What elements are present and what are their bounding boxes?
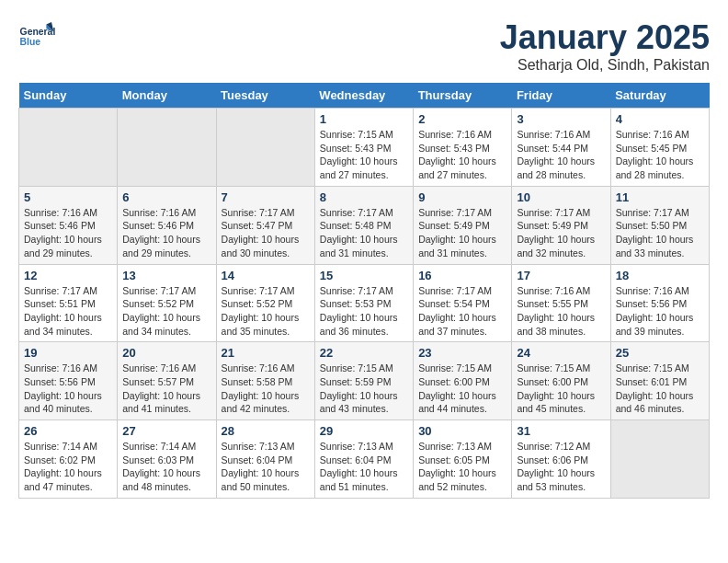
calendar-cell: 29Sunrise: 7:13 AMSunset: 6:04 PMDayligh… <box>314 420 413 499</box>
day-info: Sunrise: 7:17 AMSunset: 5:54 PMDaylight:… <box>418 284 506 339</box>
calendar-cell: 25Sunrise: 7:15 AMSunset: 6:01 PMDayligh… <box>610 342 709 420</box>
calendar-cell: 23Sunrise: 7:15 AMSunset: 6:00 PMDayligh… <box>414 342 512 420</box>
day-number: 15 <box>320 269 408 282</box>
calendar-cell: 24Sunrise: 7:15 AMSunset: 6:00 PMDayligh… <box>512 342 610 420</box>
day-info: Sunrise: 7:14 AMSunset: 6:02 PMDaylight:… <box>24 440 112 494</box>
day-info: Sunrise: 7:14 AMSunset: 6:03 PMDaylight:… <box>122 440 210 494</box>
calendar-cell <box>610 420 709 499</box>
day-number: 29 <box>320 424 408 438</box>
calendar-cell: 22Sunrise: 7:15 AMSunset: 5:59 PMDayligh… <box>314 342 413 420</box>
day-number: 3 <box>517 112 605 126</box>
calendar-week-row: 5Sunrise: 7:16 AMSunset: 5:46 PMDaylight… <box>19 186 710 264</box>
day-number: 5 <box>24 190 112 204</box>
calendar-cell: 21Sunrise: 7:16 AMSunset: 5:58 PMDayligh… <box>216 342 314 420</box>
day-info: Sunrise: 7:17 AMSunset: 5:47 PMDaylight:… <box>222 206 310 260</box>
day-info: Sunrise: 7:13 AMSunset: 6:04 PMDaylight:… <box>222 440 310 494</box>
calendar-cell: 14Sunrise: 7:17 AMSunset: 5:52 PMDayligh… <box>216 264 314 342</box>
calendar-cell: 9Sunrise: 7:17 AMSunset: 5:49 PMDaylight… <box>414 186 512 264</box>
day-number: 24 <box>517 346 605 360</box>
calendar-cell: 31Sunrise: 7:12 AMSunset: 6:06 PMDayligh… <box>512 420 610 499</box>
day-info: Sunrise: 7:13 AMSunset: 6:04 PMDaylight:… <box>320 440 408 494</box>
day-number: 19 <box>24 346 112 360</box>
day-info: Sunrise: 7:16 AMSunset: 5:58 PMDaylight:… <box>222 362 310 416</box>
day-info: Sunrise: 7:16 AMSunset: 5:57 PMDaylight:… <box>122 362 210 416</box>
calendar-cell <box>118 109 216 187</box>
svg-text:Blue: Blue <box>20 37 41 47</box>
day-info: Sunrise: 7:17 AMSunset: 5:49 PMDaylight:… <box>517 206 605 260</box>
day-number: 17 <box>517 269 605 282</box>
calendar-cell: 7Sunrise: 7:17 AMSunset: 5:47 PMDaylight… <box>216 186 314 264</box>
calendar-week-row: 26Sunrise: 7:14 AMSunset: 6:02 PMDayligh… <box>19 420 710 499</box>
day-info: Sunrise: 7:16 AMSunset: 5:56 PMDaylight:… <box>24 362 112 416</box>
day-number: 11 <box>616 190 704 204</box>
day-number: 4 <box>616 112 704 126</box>
calendar-cell: 5Sunrise: 7:16 AMSunset: 5:46 PMDaylight… <box>19 186 118 264</box>
calendar-cell: 19Sunrise: 7:16 AMSunset: 5:56 PMDayligh… <box>19 342 118 420</box>
calendar-week-row: 12Sunrise: 7:17 AMSunset: 5:51 PMDayligh… <box>19 264 710 342</box>
day-number: 7 <box>222 190 310 204</box>
weekday-header-thursday: Thursday <box>414 83 512 109</box>
day-info: Sunrise: 7:17 AMSunset: 5:50 PMDaylight:… <box>616 206 704 260</box>
day-number: 26 <box>24 424 112 438</box>
title-block: January 2025 Setharja Old, Sindh, Pakist… <box>500 18 710 74</box>
logo: General Blue <box>18 18 55 55</box>
day-number: 13 <box>122 269 210 282</box>
calendar-week-row: 19Sunrise: 7:16 AMSunset: 5:56 PMDayligh… <box>19 342 710 420</box>
day-number: 2 <box>418 112 506 126</box>
day-info: Sunrise: 7:13 AMSunset: 6:05 PMDaylight:… <box>418 440 506 494</box>
day-number: 22 <box>320 346 408 360</box>
weekday-header-tuesday: Tuesday <box>216 83 314 109</box>
weekday-header-sunday: Sunday <box>19 83 118 109</box>
calendar-week-row: 1Sunrise: 7:15 AMSunset: 5:43 PMDaylight… <box>19 109 710 187</box>
day-number: 9 <box>418 190 506 204</box>
calendar-cell: 27Sunrise: 7:14 AMSunset: 6:03 PMDayligh… <box>118 420 216 499</box>
location: Setharja Old, Sindh, Pakistan <box>500 57 710 74</box>
day-info: Sunrise: 7:16 AMSunset: 5:55 PMDaylight:… <box>517 284 605 339</box>
logo-icon: General Blue <box>18 18 55 55</box>
calendar-cell: 28Sunrise: 7:13 AMSunset: 6:04 PMDayligh… <box>216 420 314 499</box>
day-info: Sunrise: 7:17 AMSunset: 5:52 PMDaylight:… <box>222 284 310 339</box>
day-number: 20 <box>122 346 210 360</box>
day-number: 12 <box>24 269 112 282</box>
weekday-header-monday: Monday <box>118 83 216 109</box>
calendar-cell: 13Sunrise: 7:17 AMSunset: 5:52 PMDayligh… <box>118 264 216 342</box>
day-number: 23 <box>418 346 506 360</box>
day-info: Sunrise: 7:17 AMSunset: 5:48 PMDaylight:… <box>320 206 408 260</box>
day-number: 27 <box>122 424 210 438</box>
day-info: Sunrise: 7:16 AMSunset: 5:46 PMDaylight:… <box>122 206 210 260</box>
day-number: 1 <box>320 112 408 126</box>
day-number: 28 <box>222 424 310 438</box>
calendar-cell: 18Sunrise: 7:16 AMSunset: 5:56 PMDayligh… <box>610 264 709 342</box>
day-info: Sunrise: 7:15 AMSunset: 5:59 PMDaylight:… <box>320 362 408 416</box>
day-info: Sunrise: 7:16 AMSunset: 5:45 PMDaylight:… <box>616 128 704 182</box>
day-info: Sunrise: 7:16 AMSunset: 5:44 PMDaylight:… <box>517 128 605 182</box>
day-number: 25 <box>616 346 704 360</box>
calendar-cell: 20Sunrise: 7:16 AMSunset: 5:57 PMDayligh… <box>118 342 216 420</box>
day-info: Sunrise: 7:17 AMSunset: 5:52 PMDaylight:… <box>122 284 210 339</box>
calendar-cell: 3Sunrise: 7:16 AMSunset: 5:44 PMDaylight… <box>512 109 610 187</box>
day-info: Sunrise: 7:17 AMSunset: 5:51 PMDaylight:… <box>24 284 112 339</box>
calendar-cell <box>19 109 118 187</box>
day-info: Sunrise: 7:15 AMSunset: 5:43 PMDaylight:… <box>320 128 408 182</box>
calendar-cell: 30Sunrise: 7:13 AMSunset: 6:05 PMDayligh… <box>414 420 512 499</box>
day-info: Sunrise: 7:17 AMSunset: 5:53 PMDaylight:… <box>320 284 408 339</box>
day-number: 21 <box>222 346 310 360</box>
weekday-header-friday: Friday <box>512 83 610 109</box>
month-title: January 2025 <box>500 18 710 57</box>
day-number: 16 <box>418 269 506 282</box>
day-info: Sunrise: 7:15 AMSunset: 6:01 PMDaylight:… <box>616 362 704 416</box>
calendar-cell: 8Sunrise: 7:17 AMSunset: 5:48 PMDaylight… <box>314 186 413 264</box>
day-info: Sunrise: 7:16 AMSunset: 5:56 PMDaylight:… <box>616 284 704 339</box>
calendar-cell: 4Sunrise: 7:16 AMSunset: 5:45 PMDaylight… <box>610 109 709 187</box>
day-number: 14 <box>222 269 310 282</box>
day-info: Sunrise: 7:16 AMSunset: 5:43 PMDaylight:… <box>418 128 506 182</box>
day-info: Sunrise: 7:15 AMSunset: 6:00 PMDaylight:… <box>418 362 506 416</box>
calendar-table: SundayMondayTuesdayWednesdayThursdayFrid… <box>18 83 710 499</box>
day-number: 8 <box>320 190 408 204</box>
calendar-cell <box>216 109 314 187</box>
day-number: 6 <box>122 190 210 204</box>
calendar-cell: 16Sunrise: 7:17 AMSunset: 5:54 PMDayligh… <box>414 264 512 342</box>
day-number: 18 <box>616 269 704 282</box>
weekday-header-saturday: Saturday <box>610 83 709 109</box>
calendar-cell: 15Sunrise: 7:17 AMSunset: 5:53 PMDayligh… <box>314 264 413 342</box>
